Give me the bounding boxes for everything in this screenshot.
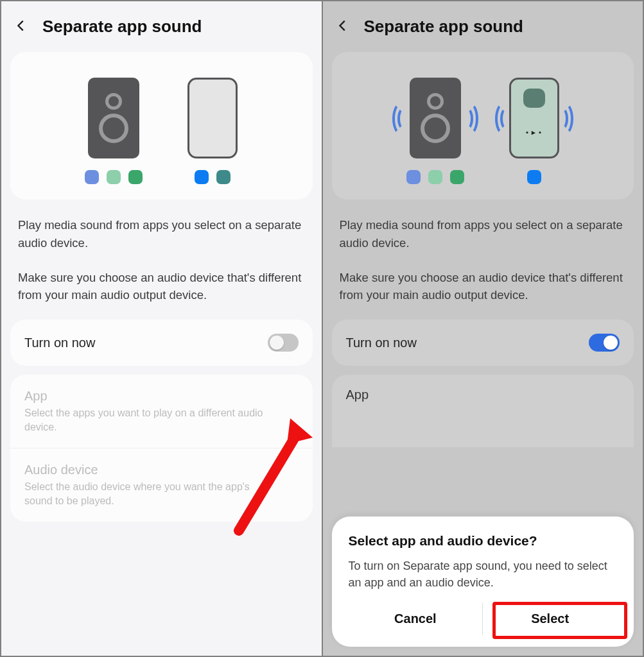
app-row-label: App: [346, 388, 369, 402]
media-controls-icon: ▪ ▸ ▪: [526, 128, 542, 137]
illustration-phone: ▪ ▸ ▪: [509, 78, 559, 184]
speaker-app-dots: [85, 170, 143, 184]
audio-device-label: Audio device: [24, 463, 268, 477]
back-icon[interactable]: [14, 19, 28, 35]
phone-app-dots: [195, 170, 231, 184]
turn-on-toggle[interactable]: [589, 334, 620, 352]
description-paragraph: Play media sound from apps you select on…: [340, 216, 627, 252]
turn-on-label: Turn on now: [346, 336, 417, 350]
turn-on-row[interactable]: Turn on now: [10, 320, 313, 366]
speaker-icon: [410, 78, 461, 158]
dialog-title: Select app and audio device?: [349, 533, 618, 549]
speaker-icon: [88, 78, 139, 158]
turn-on-row[interactable]: Turn on now: [332, 320, 634, 366]
phone-icon: [187, 78, 238, 158]
app-row: App Select the apps you want to play on …: [10, 375, 313, 448]
illustration-speaker: [85, 78, 143, 184]
screen-separate-app-sound-off: Separate app sound Play media sound from…: [1, 1, 322, 656]
description-paragraph: Play media sound from apps you select on…: [18, 216, 305, 252]
page-title: Separate app sound: [364, 17, 524, 37]
turn-on-card: Turn on now: [10, 320, 313, 366]
select-button[interactable]: Select: [483, 602, 617, 635]
description-paragraph: Make sure you choose an audio device tha…: [340, 269, 627, 305]
app-row-label: App: [24, 389, 268, 404]
illustration-phone: [187, 78, 238, 184]
header: Separate app sound: [1, 1, 322, 43]
audio-device-row: Audio device Select the audio device whe…: [10, 448, 313, 522]
illustration-card: [10, 52, 313, 200]
options-card: App Select the apps you want to play on …: [10, 375, 313, 522]
audio-device-subtitle: Select the audio device where you want t…: [24, 480, 268, 508]
back-icon[interactable]: [336, 19, 350, 35]
phone-icon: ▪ ▸ ▪: [509, 78, 559, 158]
description-text: Play media sound from apps you select on…: [1, 200, 322, 311]
dialog-buttons: Cancel Select: [349, 602, 618, 635]
turn-on-label: Turn on now: [24, 336, 95, 350]
description-paragraph: Make sure you choose an audio device tha…: [18, 269, 305, 305]
cancel-button[interactable]: Cancel: [349, 602, 483, 635]
illustration-card: ▪ ▸ ▪: [332, 52, 634, 200]
app-row[interactable]: App: [332, 375, 634, 447]
select-app-dialog: Select app and audio device? To turn on …: [332, 516, 634, 647]
turn-on-toggle[interactable]: [268, 334, 299, 352]
dialog-body: To turn on Separate app sound, you need …: [349, 558, 618, 591]
page-title: Separate app sound: [42, 17, 202, 37]
turn-on-card: Turn on now: [332, 320, 634, 366]
illustration-speaker: [406, 78, 464, 184]
description-text: Play media sound from apps you select on…: [323, 200, 643, 311]
screen-separate-app-sound-dialog: Separate app sound ▪ ▸ ▪: [323, 1, 643, 656]
app-row-subtitle: Select the apps you want to play on a di…: [24, 406, 268, 434]
phone-app-dots: [527, 170, 541, 184]
speaker-app-dots: [406, 170, 464, 184]
header: Separate app sound: [323, 1, 643, 43]
